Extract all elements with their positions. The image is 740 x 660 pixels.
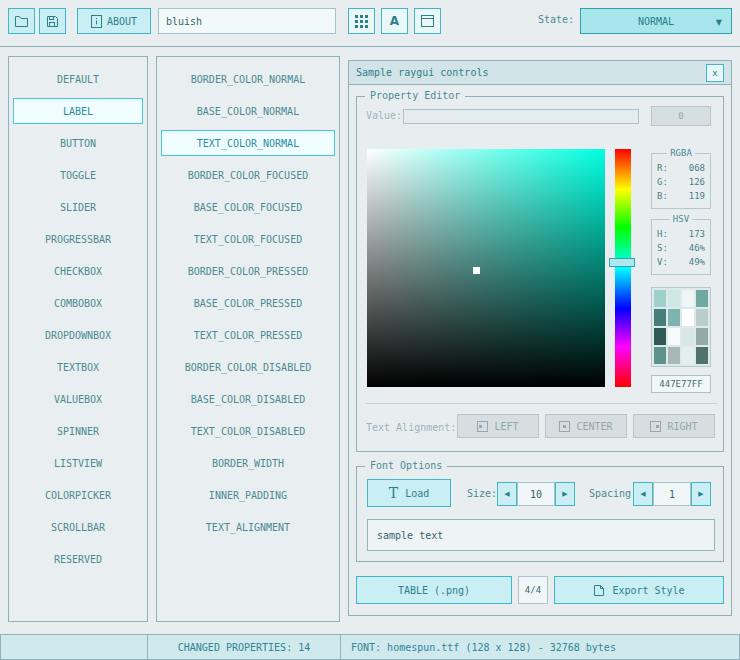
palette-swatch[interactable] bbox=[654, 290, 666, 307]
property-item[interactable]: INNER_PADDING bbox=[161, 482, 335, 508]
align-right-button[interactable]: RIGHT bbox=[633, 414, 715, 438]
changed-properties-text: CHANGED PROPERTIES: 14 bbox=[178, 642, 310, 653]
property-item[interactable]: TEXT_COLOR_PRESSED bbox=[161, 322, 335, 348]
size-label: Size: bbox=[467, 488, 497, 499]
property-item[interactable]: BORDER_WIDTH bbox=[161, 450, 335, 476]
control-item-valuebox[interactable]: VALUEBOX bbox=[13, 386, 143, 412]
property-item[interactable]: BASE_COLOR_DISABLED bbox=[161, 386, 335, 412]
hex-value-box[interactable]: 447E77FF bbox=[651, 375, 711, 393]
control-item-checkbox[interactable]: CHECKBOX bbox=[13, 258, 143, 284]
sample-text-input[interactable]: sample text bbox=[367, 519, 715, 551]
toolbar: ABOUT A State: NORMAL ▼ bbox=[0, 0, 740, 47]
control-item-slider[interactable]: SLIDER bbox=[13, 194, 143, 220]
palette-swatch[interactable] bbox=[654, 309, 666, 326]
align-right-label: RIGHT bbox=[667, 421, 697, 432]
letter-a-icon: A bbox=[390, 14, 399, 28]
size-value-box[interactable]: 10 bbox=[517, 482, 555, 506]
palette-swatch[interactable] bbox=[682, 328, 694, 345]
rgba-row-b: B: 119 bbox=[652, 189, 710, 203]
control-item-dropdownbox[interactable]: DROPDOWNBOX bbox=[13, 322, 143, 348]
window-icon bbox=[421, 15, 434, 27]
color-picker-cursor[interactable] bbox=[473, 267, 480, 274]
sample-controls-window: Sample raygui controls x Property Editor… bbox=[348, 60, 732, 616]
size-decrement-button[interactable]: ◀ bbox=[497, 482, 517, 506]
arrow-left-icon: ◀ bbox=[504, 490, 509, 498]
hsv-group: HSV H: 173 S: 46% V: 49% bbox=[651, 219, 711, 275]
property-item[interactable]: BORDER_COLOR_DISABLED bbox=[161, 354, 335, 380]
palette-swatch[interactable] bbox=[682, 347, 694, 364]
control-item-textbox[interactable]: TEXTBOX bbox=[13, 354, 143, 380]
r-label: R: bbox=[657, 163, 668, 173]
property-item[interactable]: BASE_COLOR_FOCUSED bbox=[161, 194, 335, 220]
arrow-left-icon: ◀ bbox=[640, 490, 645, 498]
control-item-button[interactable]: BUTTON bbox=[13, 130, 143, 156]
palette-swatch[interactable] bbox=[668, 347, 680, 364]
control-item-reserved[interactable]: RESERVED bbox=[13, 546, 143, 572]
font-view-button[interactable]: A bbox=[381, 8, 408, 34]
align-center-button[interactable]: CENTER bbox=[545, 414, 627, 438]
palette-swatch[interactable] bbox=[696, 309, 708, 326]
property-item[interactable]: TEXT_COLOR_FOCUSED bbox=[161, 226, 335, 252]
property-item[interactable]: BORDER_COLOR_FOCUSED bbox=[161, 162, 335, 188]
status-cell-font-info: FONT: homespun.ttf (128 x 128) - 32768 b… bbox=[340, 634, 740, 660]
property-item[interactable]: TEXT_COLOR_DISABLED bbox=[161, 418, 335, 444]
b-label: B: bbox=[657, 191, 668, 201]
control-item-progressbar[interactable]: PROGRESSBAR bbox=[13, 226, 143, 252]
palette-swatch[interactable] bbox=[696, 290, 708, 307]
rgba-group: RGBA R: 068 G: 126 B: 119 bbox=[651, 153, 711, 209]
control-item-listview[interactable]: LISTVIEW bbox=[13, 450, 143, 476]
color-picker-panel[interactable] bbox=[367, 149, 605, 387]
palette-swatch[interactable] bbox=[682, 290, 694, 307]
palette-swatch[interactable] bbox=[654, 328, 666, 345]
property-item[interactable]: BORDER_COLOR_NORMAL bbox=[161, 66, 335, 92]
s-value: 46% bbox=[689, 243, 705, 253]
palette-swatch[interactable] bbox=[654, 347, 666, 364]
property-item[interactable]: BASE_COLOR_PRESSED bbox=[161, 290, 335, 316]
state-dropdown[interactable]: NORMAL ▼ bbox=[580, 8, 732, 34]
palette-swatch[interactable] bbox=[668, 290, 680, 307]
spacing-increment-button[interactable]: ▶ bbox=[691, 482, 711, 506]
load-font-button[interactable]: T Load bbox=[367, 479, 451, 507]
control-item-toggle[interactable]: TOGGLE bbox=[13, 162, 143, 188]
palette-swatch[interactable] bbox=[668, 328, 680, 345]
spacing-decrement-button[interactable]: ◀ bbox=[633, 482, 653, 506]
align-left-button[interactable]: LEFT bbox=[457, 414, 539, 438]
export-table-button[interactable]: TABLE (.png) bbox=[356, 576, 512, 604]
palette-swatch[interactable] bbox=[682, 309, 694, 326]
control-item-spinner[interactable]: SPINNER bbox=[13, 418, 143, 444]
property-item[interactable]: BORDER_COLOR_PRESSED bbox=[161, 258, 335, 284]
hue-bar[interactable] bbox=[615, 149, 631, 387]
control-item-default[interactable]: DEFAULT bbox=[13, 66, 143, 92]
value-slider[interactable] bbox=[403, 109, 639, 124]
size-increment-button[interactable]: ▶ bbox=[555, 482, 575, 506]
style-name-input[interactable] bbox=[158, 8, 336, 34]
property-editor-group: Property Editor Value: 0 RGBA R: 068 G: … bbox=[356, 96, 724, 452]
spacing-value-box[interactable]: 1 bbox=[653, 482, 691, 506]
align-right-icon bbox=[650, 421, 661, 432]
palette-swatch[interactable] bbox=[668, 309, 680, 326]
info-doc-icon bbox=[91, 15, 102, 28]
value-box[interactable]: 0 bbox=[651, 106, 711, 126]
export-format-counter[interactable]: 4/4 bbox=[518, 576, 548, 604]
control-item-combobox[interactable]: COMBOBOX bbox=[13, 290, 143, 316]
save-file-button[interactable] bbox=[39, 8, 66, 34]
properties-list: BORDER_COLOR_NORMAL BASE_COLOR_NORMAL TE… bbox=[156, 56, 340, 622]
palette-swatch[interactable] bbox=[696, 347, 708, 364]
control-item-label[interactable]: LABEL bbox=[13, 98, 143, 124]
control-item-colorpicker[interactable]: COLORPICKER bbox=[13, 482, 143, 508]
about-button[interactable]: ABOUT bbox=[77, 8, 151, 34]
export-style-button[interactable]: Export Style bbox=[554, 576, 724, 604]
controls-window-button[interactable] bbox=[414, 8, 441, 34]
property-item[interactable]: TEXT_ALIGNMENT bbox=[161, 514, 335, 540]
palette-swatch[interactable] bbox=[696, 328, 708, 345]
control-item-scrollbar[interactable]: SCROLLBAR bbox=[13, 514, 143, 540]
close-button[interactable]: x bbox=[706, 64, 724, 82]
window-titlebar[interactable]: Sample raygui controls x bbox=[349, 61, 731, 85]
property-item-selected[interactable]: TEXT_COLOR_NORMAL bbox=[161, 130, 335, 156]
hsv-title: HSV bbox=[670, 214, 692, 224]
v-value: 49% bbox=[689, 257, 705, 267]
hue-slider-handle[interactable] bbox=[609, 258, 635, 267]
property-item[interactable]: BASE_COLOR_NORMAL bbox=[161, 98, 335, 124]
open-file-button[interactable] bbox=[8, 8, 35, 34]
style-table-view-button[interactable] bbox=[348, 8, 375, 34]
